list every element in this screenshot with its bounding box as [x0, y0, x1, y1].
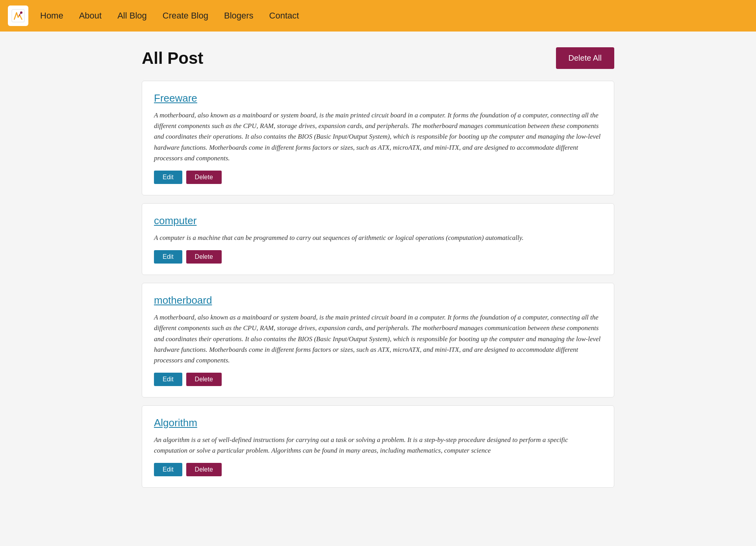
nav-about[interactable]: About — [79, 11, 102, 20]
nav-create-blog[interactable]: Create Blog — [163, 11, 208, 20]
nav-home[interactable]: Home — [40, 11, 63, 20]
nav-all-blog[interactable]: All Blog — [117, 11, 147, 20]
post-actions: EditDelete — [154, 171, 602, 184]
delete-button[interactable]: Delete — [186, 463, 222, 476]
delete-all-button[interactable]: Delete All — [556, 47, 615, 69]
delete-button[interactable]: Delete — [186, 373, 222, 386]
post-card: AlgorithmAn algorithm is a set of well-d… — [142, 405, 614, 488]
svg-rect-0 — [12, 9, 24, 22]
logo[interactable] — [8, 6, 28, 26]
post-title[interactable]: Freeware — [154, 92, 197, 104]
edit-button[interactable]: Edit — [154, 373, 182, 386]
page-title: All Post — [142, 49, 203, 68]
nav-links: Home About All Blog Create Blog Blogers … — [40, 11, 299, 21]
post-actions: EditDelete — [154, 463, 602, 476]
post-title[interactable]: computer — [154, 215, 196, 227]
edit-button[interactable]: Edit — [154, 171, 182, 184]
post-card: FreewareA motherboard, also known as a m… — [142, 81, 614, 195]
post-card: computerA computer is a machine that can… — [142, 203, 614, 275]
edit-button[interactable]: Edit — [154, 463, 182, 476]
page-header: All Post Delete All — [142, 47, 614, 69]
post-card: motherboardA motherboard, also known as … — [142, 283, 614, 397]
delete-button[interactable]: Delete — [186, 171, 222, 184]
post-body: A motherboard, also known as a mainboard… — [154, 110, 602, 163]
posts-list: FreewareA motherboard, also known as a m… — [142, 81, 614, 488]
navbar: Home About All Blog Create Blog Blogers … — [0, 0, 756, 32]
nav-contact[interactable]: Contact — [269, 11, 299, 20]
edit-button[interactable]: Edit — [154, 250, 182, 264]
nav-blogers[interactable]: Blogers — [224, 11, 254, 20]
main-content: All Post Delete All FreewareA motherboar… — [130, 32, 626, 511]
post-actions: EditDelete — [154, 373, 602, 386]
delete-button[interactable]: Delete — [186, 250, 222, 264]
post-body: A computer is a machine that can be prog… — [154, 232, 602, 243]
post-title[interactable]: Algorithm — [154, 417, 197, 429]
post-actions: EditDelete — [154, 250, 602, 264]
post-body: A motherboard, also known as a mainboard… — [154, 312, 602, 366]
post-title[interactable]: motherboard — [154, 294, 212, 306]
post-body: An algorithm is a set of well-defined in… — [154, 435, 602, 456]
